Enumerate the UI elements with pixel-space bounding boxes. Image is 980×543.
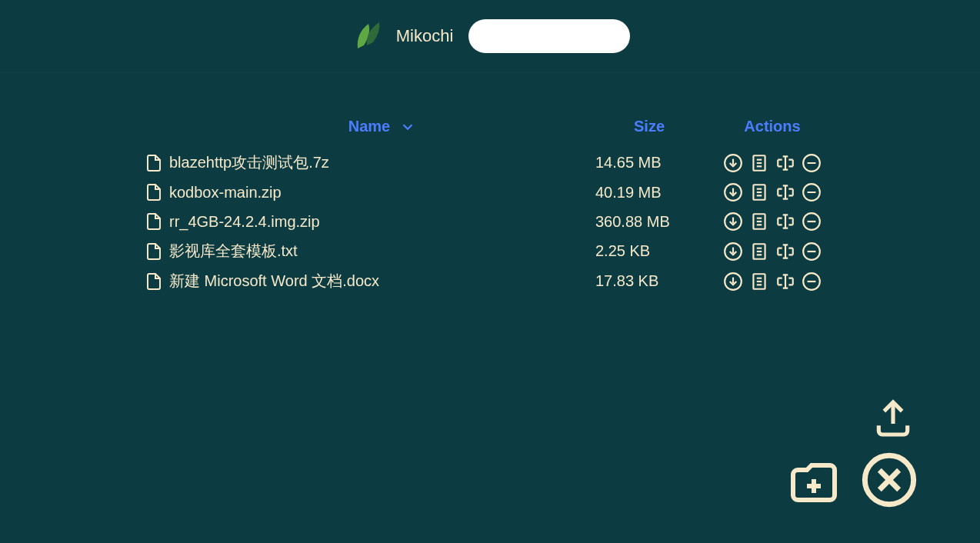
file-icon	[145, 212, 163, 231]
download-icon[interactable]	[723, 272, 743, 291]
file-name[interactable]: 影视库全套模板.txt	[169, 241, 595, 262]
chevron-down-icon	[399, 118, 416, 135]
rename-icon[interactable]	[775, 242, 795, 262]
rename-icon[interactable]	[775, 182, 795, 202]
download-icon[interactable]	[723, 242, 743, 262]
search-input[interactable]	[450, 29, 616, 43]
file-icon	[145, 154, 163, 172]
file-name[interactable]: kodbox-main.zip	[169, 184, 595, 202]
file-name-label: 新建 Microsoft Word 文档.docx	[169, 271, 379, 291]
table-row: blazehttp攻击测试包.7z 14.65 MB	[138, 148, 842, 178]
file-size: 14.65 MB	[595, 154, 703, 172]
delete-icon[interactable]	[802, 153, 822, 173]
column-actions: Actions	[703, 118, 842, 135]
details-icon[interactable]	[749, 212, 769, 232]
delete-icon[interactable]	[802, 242, 822, 262]
table-row: 新建 Microsoft Word 文档.docx 17.83 KB	[138, 266, 842, 296]
file-size: 360.88 MB	[595, 213, 703, 231]
table-row: rr_4GB-24.2.4.img.zip 360.88 MB	[138, 207, 842, 236]
download-icon[interactable]	[723, 212, 743, 232]
download-icon[interactable]	[723, 182, 743, 202]
rename-icon[interactable]	[775, 272, 795, 291]
file-name[interactable]: rr_4GB-24.2.4.img.zip	[169, 213, 595, 231]
rename-icon[interactable]	[775, 212, 795, 232]
details-icon[interactable]	[749, 242, 769, 262]
delete-icon[interactable]	[802, 212, 822, 232]
delete-icon[interactable]	[802, 272, 822, 291]
file-icon	[145, 272, 163, 291]
details-icon[interactable]	[749, 153, 769, 173]
file-name[interactable]: blazehttp攻击测试包.7z	[169, 152, 595, 173]
column-actions-label: Actions	[744, 118, 800, 135]
column-size-label: Size	[634, 118, 665, 135]
search-box[interactable]	[468, 19, 630, 53]
file-icon	[145, 183, 163, 202]
file-size-label: 360.88 MB	[595, 213, 670, 230]
file-name-label: kodbox-main.zip	[169, 184, 282, 202]
table-row: 影视库全套模板.txt 2.25 KB	[138, 236, 842, 266]
leaf-logo-icon	[350, 18, 387, 55]
file-size-label: 14.65 MB	[595, 154, 662, 171]
column-size[interactable]: Size	[595, 118, 703, 135]
rename-icon[interactable]	[775, 153, 795, 173]
file-name[interactable]: 新建 Microsoft Word 文档.docx	[169, 271, 595, 291]
file-size: 2.25 KB	[595, 242, 703, 260]
file-name-label: blazehttp攻击测试包.7z	[169, 152, 329, 173]
upload-button[interactable]	[868, 397, 918, 443]
app-title: Mikochi	[396, 26, 454, 46]
details-icon[interactable]	[749, 182, 769, 202]
file-size-label: 17.83 KB	[595, 272, 658, 289]
file-name-label: 影视库全套模板.txt	[169, 241, 298, 262]
delete-icon[interactable]	[802, 182, 822, 202]
file-size-label: 2.25 KB	[595, 242, 650, 259]
file-size: 17.83 KB	[595, 272, 703, 290]
file-name-label: rr_4GB-24.2.4.img.zip	[169, 213, 320, 231]
column-name-label: Name	[348, 118, 390, 135]
download-icon[interactable]	[723, 153, 743, 173]
file-icon	[145, 242, 163, 261]
table-row: kodbox-main.zip 40.19 MB	[138, 178, 842, 207]
logo: Mikochi	[350, 18, 454, 55]
file-size: 40.19 MB	[595, 184, 703, 202]
file-table: Name Size Actions blazehttp攻击测试包.7z 1	[0, 73, 980, 296]
new-folder-button[interactable]	[783, 454, 845, 512]
details-icon[interactable]	[749, 272, 769, 291]
column-name[interactable]: Name	[169, 118, 595, 135]
table-header: Name Size Actions	[138, 112, 842, 148]
file-size-label: 40.19 MB	[595, 184, 662, 201]
fab-group	[783, 397, 918, 512]
close-button[interactable]	[860, 451, 918, 512]
header: Mikochi	[0, 0, 980, 73]
